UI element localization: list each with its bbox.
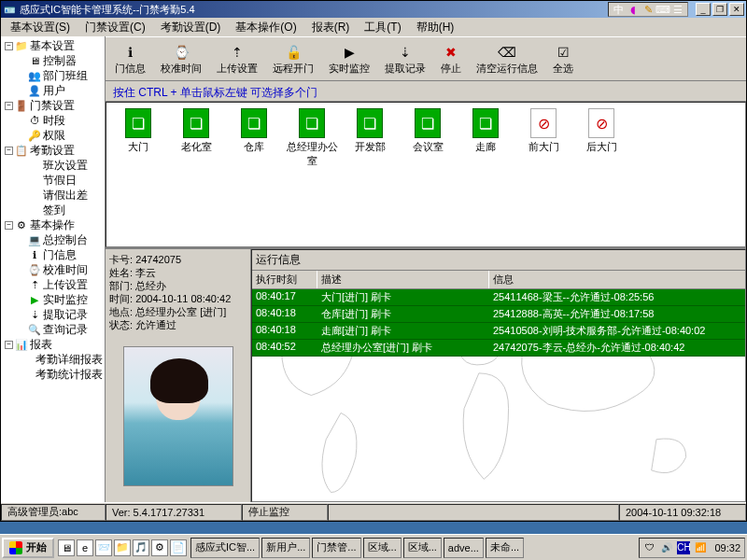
tray-lang-icon[interactable]: CH (677, 541, 690, 554)
tray-mini-icon[interactable]: 中 (612, 3, 625, 16)
maximize-button[interactable]: ❐ (712, 3, 727, 16)
tray-clock[interactable]: 09:32 (714, 542, 740, 553)
tree-reports[interactable]: −📊报表 (5, 337, 103, 352)
log-row[interactable]: 08:40:18仓库[进门] 刷卡25412888-高英--允许通过-08:17… (252, 306, 745, 323)
tree-holiday[interactable]: 节假日 (18, 173, 103, 188)
tree-console[interactable]: 💻总控制台 (18, 232, 103, 247)
card-state: 允许通过 (135, 319, 176, 330)
ql-icon[interactable]: 📨 (95, 539, 112, 556)
tray-mini-icon[interactable]: ☰ (671, 3, 684, 16)
tree-perm[interactable]: 🔑权限 (18, 128, 103, 143)
tree-query[interactable]: 🔍查询记录 (18, 322, 103, 337)
tree-users[interactable]: 👤用户 (18, 83, 103, 98)
menu-reports[interactable]: 报表(R) (306, 18, 356, 37)
menu-access-settings[interactable]: 门禁设置(C) (79, 18, 151, 37)
tray-icon[interactable]: 🔊 (660, 541, 673, 554)
tb-remote-open[interactable]: 🔓远程开门 (269, 41, 317, 77)
door-label: 总经理办公室 (286, 140, 338, 168)
ql-icon[interactable]: 📁 (114, 539, 131, 556)
status-admin: 高级管理员:abc (1, 504, 106, 521)
tray-mini-icon[interactable]: ◖ (627, 3, 640, 16)
menu-help[interactable]: 帮助(H) (411, 18, 460, 37)
tree-deptgroup[interactable]: 👥部门班组 (18, 68, 103, 83)
tb-stop[interactable]: ✖停止 (437, 41, 465, 77)
unlock-icon: 🔓 (284, 43, 303, 62)
tray-icon[interactable]: 📶 (694, 541, 707, 554)
tree-signin[interactable]: 签到 (18, 203, 103, 217)
ql-icon[interactable]: e (77, 539, 93, 556)
ql-icon[interactable]: 🎵 (133, 539, 149, 556)
tree-leave[interactable]: 请假出差 (18, 188, 103, 203)
log-row[interactable]: 08:40:18走廊[进门] 刷卡25410508-刘明-技术服务部-允许通过-… (252, 323, 745, 340)
task-button[interactable]: 未命... (486, 538, 524, 558)
menu-basic-ops[interactable]: 基本操作(O) (230, 18, 302, 37)
tree-access[interactable]: −🚪门禁设置 (5, 98, 103, 113)
door-label: 仓库 (244, 140, 264, 154)
ql-icon[interactable]: 📄 (170, 539, 187, 556)
task-buttons: 感应式IC智...新用户...门禁管...区域...区域...adve...未命… (190, 538, 639, 558)
tree-fetch[interactable]: ⇣提取记录 (18, 307, 103, 322)
tree-realtime[interactable]: ▶实时监控 (18, 292, 103, 307)
tb-upload[interactable]: ⇡上传设置 (213, 41, 261, 77)
tree-timeslot[interactable]: ⏱时段 (18, 113, 103, 128)
menu-attendance-settings[interactable]: 考勤设置(D) (155, 18, 227, 37)
download-icon: ⇣ (396, 43, 415, 62)
tb-doorinfo[interactable]: ℹ门信息 (111, 41, 149, 77)
ql-icon[interactable]: 🖥 (58, 539, 75, 556)
log-row[interactable]: 08:40:17大门[进门] 刷卡25411468-梁玉--允许通过-08:25… (252, 289, 745, 306)
door-item[interactable]: ⊘后大门 (575, 108, 627, 154)
task-button[interactable]: 新用户... (261, 538, 310, 558)
nav-tree[interactable]: −📁基本设置 🖥控制器 👥部门班组 👤用户 −🚪门禁设置 ⏱时段 🔑权限 (1, 36, 106, 502)
clear-icon: ⌫ (498, 43, 516, 62)
tray-icon[interactable]: 🛡 (643, 541, 656, 554)
tray-mini-icon[interactable]: ✎ (641, 3, 655, 16)
door-label: 后大门 (586, 140, 617, 154)
door-item[interactable]: ❏会议室 (402, 108, 454, 154)
title-tray: 中 ◖ ✎ ⌨ ☰ (608, 2, 688, 17)
tree-basic[interactable]: −📁基本设置 (5, 38, 103, 53)
door-label: 走廊 (475, 140, 496, 154)
tb-selectall[interactable]: ☑全选 (549, 41, 577, 77)
tb-calib[interactable]: ⌚校准时间 (157, 41, 205, 77)
titlebar: 🪪 感应式IC智能卡管理系统--门禁考勤5.4 中 ◖ ✎ ⌨ ☰ _ ❐ ✕ (1, 1, 746, 18)
door-item[interactable]: ⊘前大门 (517, 108, 570, 154)
task-button[interactable]: 感应式IC智... (190, 538, 260, 558)
door-item[interactable]: ❏总经理办公室 (286, 108, 338, 168)
tree-calib[interactable]: ⌚校准时间 (18, 262, 103, 277)
doors-list: ❏大门❏老化室❏仓库❏总经理办公室❏开发部❏会议室❏走廊⊘前大门⊘后大门 (106, 102, 746, 247)
ql-icon[interactable]: ⚙ (151, 539, 168, 556)
tb-clear[interactable]: ⌫清空运行信息 (472, 41, 542, 77)
start-button[interactable]: 开始 (2, 538, 54, 558)
tree-report-stat[interactable]: 考勤统计报表 (18, 367, 103, 382)
tree-shift[interactable]: 班次设置 (18, 158, 103, 173)
tray-mini-icon[interactable]: ⌨ (656, 3, 669, 16)
minimize-button[interactable]: _ (696, 3, 711, 16)
menu-tools[interactable]: 工具(T) (359, 18, 406, 37)
tree-report-detail[interactable]: 考勤详细报表 (18, 352, 103, 367)
task-button[interactable]: 区域... (363, 538, 402, 558)
tree-attendance[interactable]: −📋考勤设置 (5, 143, 103, 158)
door-icon: ⊘ (530, 108, 557, 138)
menu-basic-settings[interactable]: 基本设置(S) (5, 18, 76, 37)
card-dept: 总经办 (135, 280, 166, 291)
task-button[interactable]: 门禁管... (312, 538, 360, 558)
door-item[interactable]: ❏开发部 (344, 108, 396, 154)
close-button[interactable]: ✕ (729, 3, 744, 16)
door-item[interactable]: ❏仓库 (228, 108, 280, 154)
clock-icon: ⌚ (172, 43, 190, 62)
task-button[interactable]: 区域... (403, 538, 442, 558)
toolbar: ℹ门信息 ⌚校准时间 ⇡上传设置 🔓远程开门 ▶实时监控 ⇣提取记录 ✖停止 ⌫… (106, 36, 746, 81)
tb-fetch[interactable]: ⇣提取记录 (381, 41, 430, 77)
tree-controller[interactable]: 🖥控制器 (18, 53, 103, 68)
door-item[interactable]: ❏老化室 (170, 108, 222, 154)
tree-upload[interactable]: ⇡上传设置 (18, 277, 103, 292)
door-item[interactable]: ❏大门 (112, 108, 164, 154)
task-button[interactable]: adve... (444, 538, 484, 558)
tree-doorinfo[interactable]: ℹ门信息 (18, 247, 103, 262)
log-row[interactable]: 08:40:52总经理办公室[进门] 刷卡24742075-李云-总经办-允许通… (252, 340, 745, 357)
tree-ops[interactable]: −⚙基本操作 (5, 217, 103, 232)
door-item[interactable]: ❏走廊 (459, 108, 512, 154)
upload-icon: ⇡ (228, 43, 247, 62)
log-title: 运行信息 (252, 250, 745, 271)
tb-realtime[interactable]: ▶实时监控 (325, 41, 374, 77)
